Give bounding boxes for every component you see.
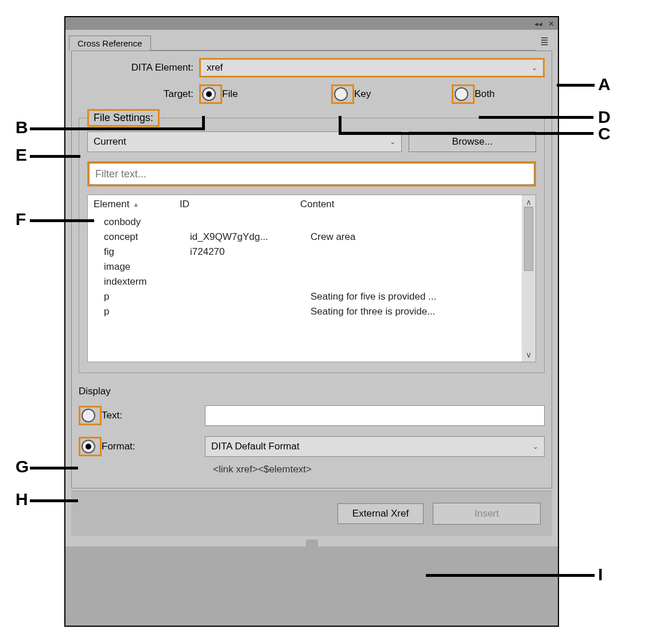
close-icon[interactable]: ✕ — [548, 20, 554, 28]
callout-line — [339, 132, 593, 135]
display-section: Display Text: Format: — [79, 386, 545, 475]
cell-content — [311, 216, 516, 228]
target-file-radio[interactable] — [202, 87, 216, 101]
panel-menu-icon[interactable]: ≣ — [537, 36, 552, 48]
cell-element: indexterm — [94, 276, 190, 288]
cell-content: Seating for five is provided ... — [311, 291, 516, 302]
cell-element: conbody — [94, 216, 190, 228]
filter-text-input[interactable] — [89, 163, 534, 185]
cell-id — [190, 306, 311, 317]
target-both-radio[interactable] — [455, 87, 468, 101]
dita-element-select[interactable]: xref ⌄ — [199, 58, 545, 77]
cell-content: Seating for three is provide... — [311, 306, 516, 317]
callout-C: C — [598, 124, 611, 143]
callout-line — [30, 467, 78, 470]
callout-F: F — [15, 210, 26, 229]
display-text-label: Text: — [102, 410, 122, 421]
callout-E: E — [15, 145, 27, 165]
callout-line — [30, 219, 94, 222]
cell-element: concept — [94, 231, 190, 243]
callout-line — [30, 155, 80, 158]
dita-element-label: DITA Element: — [79, 62, 199, 73]
elements-table: Element ▲ ID Content conbodyconceptid_X9… — [87, 195, 536, 362]
cell-id: i724270 — [190, 246, 311, 258]
cross-reference-dialog: ◂◂ ✕ Cross Reference ≣ DITA Element: xre… — [64, 16, 559, 627]
scroll-down-icon[interactable]: ∨ — [526, 350, 531, 359]
cell-element: fig — [94, 246, 190, 258]
file-select-value: Current — [94, 136, 126, 148]
cell-id — [190, 291, 311, 302]
target-both-label: Both — [475, 88, 495, 100]
column-element-header[interactable]: Element ▲ — [94, 199, 180, 210]
cell-id — [190, 216, 311, 228]
display-text-radio[interactable] — [82, 409, 95, 422]
cell-element: image — [94, 261, 190, 273]
chevron-down-icon: ⌄ — [533, 443, 538, 451]
target-key-label: Key — [354, 88, 371, 100]
table-row[interactable]: pSeating for three is provide... — [94, 304, 516, 319]
resize-gripper[interactable]: |||||||||| — [69, 538, 554, 546]
format-example-text: <link xref><$elemtext> — [213, 464, 545, 475]
bottom-bar: External Xref Insert — [71, 491, 552, 536]
callout-A: A — [598, 75, 611, 94]
callout-line — [557, 84, 595, 87]
table-row[interactable]: figi724270 — [94, 245, 516, 259]
column-id-header[interactable]: ID — [180, 199, 300, 210]
file-settings-label: File Settings: — [89, 111, 158, 125]
callout-line — [30, 499, 78, 502]
callout-B: B — [15, 118, 28, 137]
table-row[interactable]: image — [94, 259, 516, 274]
cell-element: p — [94, 291, 190, 302]
column-content-header[interactable]: Content — [300, 199, 516, 210]
callout-line — [202, 116, 205, 130]
callout-G: G — [15, 457, 29, 476]
display-text-input[interactable] — [205, 405, 545, 426]
target-key-radio[interactable] — [334, 87, 348, 101]
cell-id: id_X9QW7gYdg... — [190, 231, 311, 243]
cell-content — [311, 276, 516, 288]
cell-content — [311, 246, 516, 258]
dita-element-value: xref — [207, 62, 223, 73]
table-row[interactable]: pSeating for five is provided ... — [94, 289, 516, 304]
display-format-label: Format: — [102, 441, 135, 452]
callout-line — [30, 127, 202, 130]
scroll-thumb[interactable] — [524, 207, 533, 271]
cell-content: Crew area — [311, 231, 516, 243]
callout-H: H — [15, 490, 28, 509]
target-file-label: File — [222, 88, 238, 100]
file-settings-group: File Settings: Current ⌄ Browse... — [79, 118, 545, 373]
external-xref-button[interactable]: External Xref — [337, 503, 424, 524]
callout-I: I — [598, 565, 603, 584]
table-row[interactable]: conbody — [94, 215, 516, 230]
tab-cross-reference[interactable]: Cross Reference — [69, 36, 151, 51]
display-format-radio[interactable] — [82, 440, 95, 453]
table-scrollbar[interactable]: ∧ ∨ — [522, 195, 536, 362]
chevron-down-icon: ⌄ — [531, 64, 537, 72]
chevron-down-icon: ⌄ — [390, 138, 395, 146]
cell-id — [190, 276, 311, 288]
display-label: Display — [79, 386, 545, 397]
insert-button[interactable]: Insert — [433, 503, 541, 525]
callout-line — [479, 116, 593, 119]
target-label: Target: — [79, 88, 199, 100]
table-row[interactable]: conceptid_X9QW7gYdg...Crew area — [94, 230, 516, 245]
sort-asc-icon: ▲ — [133, 201, 139, 208]
cell-id — [190, 261, 311, 273]
display-format-select[interactable]: DITA Default Format ⌄ — [205, 436, 545, 457]
table-row[interactable]: indexterm — [94, 274, 516, 289]
scroll-up-icon[interactable]: ∧ — [526, 197, 531, 207]
cell-element: p — [94, 306, 190, 317]
display-format-value: DITA Default Format — [211, 441, 300, 452]
dialog-titlebar: ◂◂ ✕ — [65, 17, 558, 30]
callout-line — [426, 574, 595, 577]
collapse-icon[interactable]: ◂◂ — [534, 20, 542, 28]
cell-content — [311, 261, 516, 273]
